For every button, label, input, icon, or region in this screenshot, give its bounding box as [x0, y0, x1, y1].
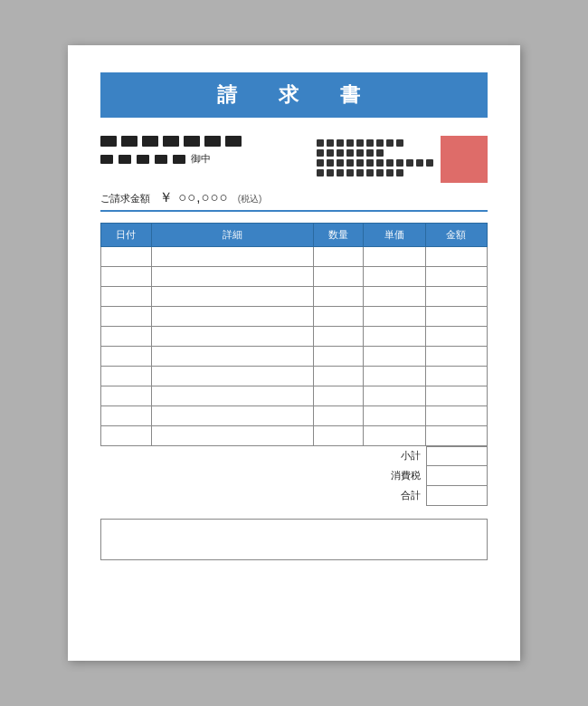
billing-amount-row: ご請求金額 ￥ ○○,○○○ (税込)	[100, 189, 488, 212]
info-block	[317, 159, 324, 167]
col-header-price: 単価	[364, 224, 425, 247]
info-block	[396, 159, 403, 167]
info-block	[386, 159, 394, 167]
issuer-line	[317, 149, 433, 157]
name-block-sm	[137, 155, 149, 164]
name-block	[184, 136, 200, 147]
name-block	[121, 136, 138, 147]
info-block	[426, 159, 433, 167]
right-header	[317, 136, 488, 176]
info-block	[356, 169, 364, 176]
name-block-sm	[100, 155, 113, 164]
info-block	[376, 149, 384, 157]
notes-box	[100, 519, 488, 560]
info-block	[366, 159, 374, 167]
tax-row: 消費税	[100, 466, 488, 486]
info-block	[346, 169, 354, 176]
issuer-line	[317, 159, 433, 167]
info-block	[327, 159, 334, 167]
info-block	[356, 149, 364, 157]
info-block	[356, 159, 364, 167]
col-header-qty: 数量	[313, 224, 364, 247]
info-block	[366, 139, 374, 147]
info-block	[327, 169, 334, 176]
info-block	[327, 149, 334, 157]
issuer-line	[317, 169, 433, 176]
name-block	[204, 136, 221, 147]
issuer-info-lines	[317, 139, 433, 176]
total-label: 合計	[194, 487, 426, 505]
info-block	[337, 139, 344, 147]
left-header: 御中	[100, 136, 242, 176]
name-block	[225, 136, 242, 147]
info-block	[356, 139, 364, 147]
total-row: 合計	[100, 486, 488, 506]
issuer-line	[317, 139, 433, 147]
table-row	[101, 367, 488, 386]
invoice-page: 請 求 書 御中	[68, 45, 520, 661]
name-block-sm	[173, 155, 185, 164]
header-section: 御中	[100, 136, 488, 176]
table-header-row: 日付 詳細 数量 単価 金額	[101, 224, 488, 247]
info-block	[376, 159, 384, 167]
billing-amount: ￥ ○○,○○○	[159, 189, 229, 206]
recipient-name-blocks	[100, 136, 242, 147]
subtotal-label: 小計	[194, 447, 426, 465]
table-row	[101, 307, 488, 327]
info-block	[337, 149, 344, 157]
col-header-date: 日付	[101, 224, 152, 247]
invoice-title: 請 求 書	[100, 72, 488, 118]
info-block	[337, 159, 344, 167]
table-row	[101, 347, 488, 367]
stamp-placeholder	[441, 136, 488, 183]
tax-label: 消費税	[194, 467, 426, 485]
info-block	[396, 169, 403, 176]
name-block	[163, 136, 179, 147]
table-row	[101, 287, 488, 307]
onaka-text: 御中	[191, 152, 211, 166]
table-row	[101, 426, 488, 446]
info-block	[386, 169, 394, 176]
info-block	[366, 149, 374, 157]
table-row	[101, 386, 488, 406]
name-block-sm	[119, 155, 131, 164]
info-block	[317, 139, 324, 147]
col-header-detail: 詳細	[151, 224, 313, 247]
info-block	[327, 139, 334, 147]
table-row	[101, 267, 488, 287]
name-block	[142, 136, 158, 147]
info-block	[416, 159, 423, 167]
billing-label: ご請求金額	[100, 192, 150, 205]
info-block	[346, 159, 354, 167]
name-block-sm	[155, 155, 167, 164]
subtotal-value	[426, 446, 488, 466]
tax-value	[426, 466, 488, 486]
name-block	[100, 136, 117, 147]
info-block	[376, 169, 384, 176]
invoice-table: 日付 詳細 数量 単価 金額	[100, 223, 488, 446]
info-block	[346, 139, 354, 147]
table-row	[101, 406, 488, 426]
info-block	[406, 159, 413, 167]
info-block	[396, 139, 403, 147]
billing-note: (税込)	[238, 193, 262, 205]
table-row	[101, 247, 488, 267]
col-header-amount: 金額	[425, 224, 487, 247]
info-block	[317, 149, 324, 157]
info-block	[346, 149, 354, 157]
info-block	[386, 139, 394, 147]
info-block	[337, 169, 344, 176]
info-block	[317, 169, 324, 176]
info-block	[376, 139, 384, 147]
subtotal-row: 小計	[100, 446, 488, 466]
info-block	[366, 169, 374, 176]
total-value	[426, 486, 488, 506]
table-row	[101, 327, 488, 347]
recipient-label-row: 御中	[100, 152, 242, 166]
